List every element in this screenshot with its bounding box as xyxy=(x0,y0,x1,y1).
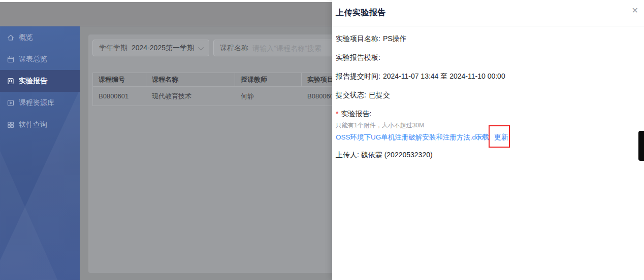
drawer-title: 上传实验报告 xyxy=(336,8,386,18)
submit-status-line: 提交状态:已提交 xyxy=(336,90,640,100)
report-template-line: 实验报告模板: xyxy=(336,52,640,62)
submit-time-line: 报告提交时间:2024-11-07 13:44 至 2024-11-10 00:… xyxy=(336,71,640,81)
report-field-label-line: *实验报告: xyxy=(336,109,640,119)
drawer-body: 实验项目名称:PS操作 实验报告模板: 报告提交时间:2024-11-07 13… xyxy=(332,26,644,160)
software-icon xyxy=(7,121,15,129)
sidebar-item-timetable[interactable]: 课表总览 xyxy=(0,48,80,70)
update-link[interactable]: 更新 xyxy=(494,131,508,143)
column-header-course-name: 课程名称 xyxy=(146,73,235,86)
sidebar-item-label: 课表总览 xyxy=(19,55,47,64)
main-content: 学年学期 2024-2025第一学期 课程名称 课程编号 课程名称 授课教师 实… xyxy=(80,26,332,280)
column-header-course-code: 课程编号 xyxy=(93,73,146,86)
sidebar: 概览 课表总览 实验报告 xyxy=(0,26,80,280)
sidebar-item-overview[interactable]: 概览 xyxy=(0,26,80,48)
course-name-filter: 课程名称 xyxy=(213,40,332,56)
table-row[interactable]: B0800601 现代教育技术 何静 B0800601 xyxy=(93,87,332,106)
column-header-project-code: 实验项目编号 xyxy=(302,73,332,86)
uploader-line: 上传人: 魏依霖 (20220532320) xyxy=(336,150,640,160)
project-name-line: 实验项目名称:PS操作 xyxy=(336,33,640,44)
semester-select[interactable]: 学年学期 2024-2025第一学期 xyxy=(92,40,209,56)
project-name-value: PS操作 xyxy=(383,34,407,43)
sidebar-item-label: 课程资源库 xyxy=(19,98,54,108)
drawer-header: 上传实验报告 ✕ xyxy=(332,0,644,26)
attachment-row: OSS环境下UG单机注册破解安装和注册方法.doc 下载 更新 xyxy=(336,131,640,143)
uploader-label: 上传人: xyxy=(336,151,359,159)
sidebar-item-label: 概览 xyxy=(19,33,33,42)
attachment-hint: 只能有1个附件，大小不超过30M xyxy=(336,121,640,129)
project-name-label: 实验项目名称: xyxy=(336,34,380,43)
cell-course-code: B0800601 xyxy=(93,87,146,106)
cell-project-code: B0800601 xyxy=(302,87,332,106)
table-header-row: 课程编号 课程名称 授课教师 实验项目编号 xyxy=(93,73,332,87)
uploader-value: 魏依霖 (20220532320) xyxy=(361,151,433,159)
course-name-input[interactable] xyxy=(252,44,332,52)
submit-time-label: 报告提交时间: xyxy=(336,72,380,80)
semester-value: 2024-2025第一学期 xyxy=(132,44,194,53)
course-name-label: 课程名称 xyxy=(214,44,252,53)
app-window: 概览 课表总览 实验报告 xyxy=(0,0,644,280)
sidebar-item-course-resources[interactable]: 课程资源库 xyxy=(0,92,80,114)
sidebar-item-label: 实验报告 xyxy=(19,77,47,86)
home-icon xyxy=(7,33,15,42)
submit-status-label: 提交状态: xyxy=(336,91,366,99)
column-header-teacher: 授课教师 xyxy=(235,73,302,86)
top-header xyxy=(0,2,332,26)
courses-table: 课程编号 课程名称 授课教师 实验项目编号 B0800601 现代教育技术 何静… xyxy=(92,73,332,106)
cell-teacher: 何静 xyxy=(235,87,302,106)
semester-label: 学年学期 xyxy=(93,44,132,53)
attachment-file-link[interactable]: OSS环境下UG单机注册破解安装和注册方法.doc xyxy=(336,133,483,141)
submit-time-value: 2024-11-07 13:44 至 2024-11-10 00:00 xyxy=(383,72,505,80)
edge-black-tag xyxy=(638,131,644,161)
submit-status-value: 已提交 xyxy=(369,91,390,99)
sidebar-item-software-query[interactable]: 软件查询 xyxy=(0,114,80,135)
required-asterisk: * xyxy=(336,110,338,118)
calendar-icon xyxy=(7,55,15,63)
report-field-label: 实验报告: xyxy=(341,110,371,118)
sidebar-item-lab-report[interactable]: 实验报告 xyxy=(0,70,80,92)
chevron-down-icon xyxy=(198,45,204,50)
report-template-label: 实验报告模板: xyxy=(336,53,380,61)
course-resource-icon xyxy=(7,99,15,107)
report-icon xyxy=(7,77,15,85)
sidebar-item-label: 软件查询 xyxy=(19,120,47,129)
content-card: 学年学期 2024-2025第一学期 课程名称 课程编号 课程名称 授课教师 实… xyxy=(88,34,332,273)
cell-course-name: 现代教育技术 xyxy=(146,87,235,106)
close-icon[interactable]: ✕ xyxy=(632,7,638,15)
download-link[interactable]: 下载 xyxy=(475,131,489,143)
upload-report-drawer: 上传实验报告 ✕ 实验项目名称:PS操作 实验报告模板: 报告提交时间:2024… xyxy=(332,0,644,280)
